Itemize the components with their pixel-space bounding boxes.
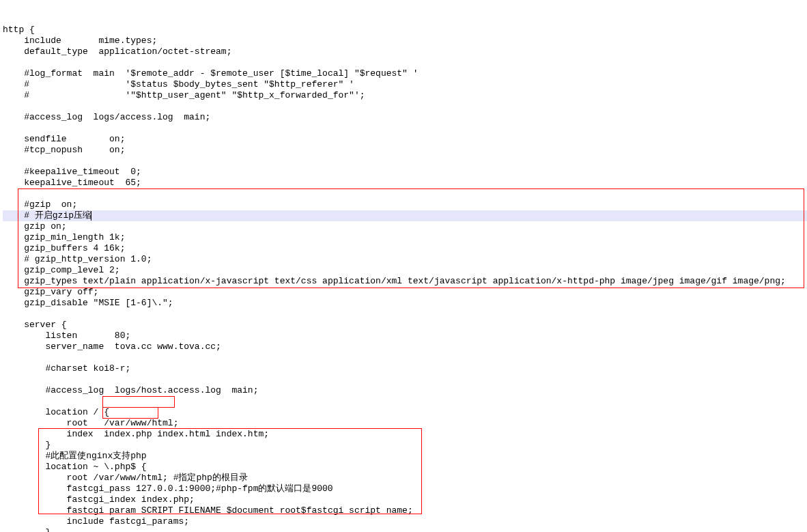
code-line[interactable] [3, 156, 807, 167]
code-line[interactable] [3, 123, 807, 134]
code-line[interactable]: gzip_buffers 4 16k; [3, 243, 807, 254]
code-line[interactable]: # 开启gzip压缩 [3, 210, 807, 221]
code-line[interactable]: include fastcgi_params; [3, 516, 807, 527]
code-line[interactable]: root /var/www/html; #指定php的根目录 [3, 473, 807, 484]
code-line[interactable]: default_type application/octet-stream; [3, 46, 807, 57]
code-line[interactable]: #log_format main '$remote_addr - $remote… [3, 68, 807, 79]
code-line[interactable]: } [3, 440, 807, 451]
code-line[interactable]: # gzip_http_version 1.0; [3, 254, 807, 265]
code-line[interactable]: index index.php index.html index.htm; [3, 429, 807, 440]
code-line[interactable]: keepalive_timeout 65; [3, 178, 807, 188]
code-line[interactable] [3, 101, 807, 112]
code-line[interactable]: } [3, 527, 807, 532]
code-line[interactable]: # '$status $body_bytes_sent "$http_refer… [3, 79, 807, 90]
code-line[interactable] [3, 57, 807, 68]
code-line[interactable]: #access_log logs/host.access.log main; [3, 385, 807, 396]
code-line[interactable]: gzip on; [3, 221, 807, 232]
code-line[interactable]: location ~ \.php$ { [3, 462, 807, 473]
code-lines[interactable]: http { include mime.types; default_type … [3, 25, 807, 532]
code-line[interactable]: gzip_comp_level 2; [3, 265, 807, 276]
code-line[interactable]: fastcgi_param SCRIPT_FILENAME $document_… [3, 505, 807, 516]
code-line[interactable]: #gzip on; [3, 199, 807, 210]
code-line[interactable]: listen 80; [3, 331, 807, 341]
code-line[interactable]: #keepalive_timeout 0; [3, 167, 807, 178]
code-line[interactable]: gzip_disable "MSIE [1-6]\."; [3, 298, 807, 309]
code-line[interactable]: gzip_types text/plain application/x-java… [3, 276, 807, 287]
code-line[interactable]: gzip_min_length 1k; [3, 232, 807, 243]
code-line[interactable] [3, 309, 807, 320]
code-line[interactable]: fastcgi_index index.php; [3, 494, 807, 505]
code-line[interactable]: sendfile on; [3, 134, 807, 145]
code-line[interactable]: root /var/www/html; [3, 418, 807, 429]
code-line[interactable] [3, 396, 807, 407]
code-line[interactable]: gzip_vary off; [3, 287, 807, 298]
code-line[interactable]: http { [3, 25, 807, 36]
code-line[interactable]: server { [3, 320, 807, 331]
code-line[interactable]: #access_log logs/access.log main; [3, 112, 807, 123]
text-caret [91, 211, 91, 221]
code-container[interactable]: http { include mime.types; default_type … [0, 0, 807, 532]
code-line[interactable]: # '"$http_user_agent" "$http_x_forwarded… [3, 90, 807, 101]
code-line[interactable] [3, 188, 807, 199]
code-line[interactable]: include mime.types; [3, 36, 807, 46]
code-line[interactable]: #tcp_nopush on; [3, 145, 807, 156]
code-line[interactable]: #此配置使nginx支持php [3, 451, 807, 462]
code-line[interactable]: fastcgi_pass 127.0.0.1:9000;#php-fpm的默认端… [3, 484, 807, 494]
code-line[interactable]: server_name tova.cc www.tova.cc; [3, 341, 807, 352]
code-line[interactable]: #charset koi8-r; [3, 363, 807, 374]
code-line[interactable] [3, 352, 807, 363]
code-line[interactable] [3, 374, 807, 385]
code-line[interactable]: location / { [3, 407, 807, 418]
